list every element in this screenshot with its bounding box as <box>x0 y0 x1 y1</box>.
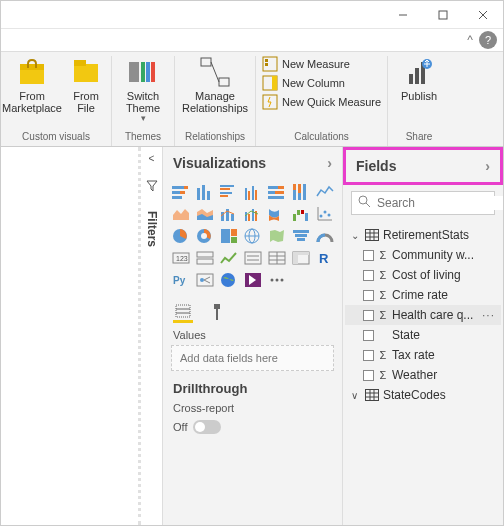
table-header[interactable]: ⌄ RetirementStats <box>345 225 501 245</box>
field-checkbox[interactable] <box>363 330 374 341</box>
field-item[interactable]: Σ Cost of living <box>345 265 501 285</box>
help-icon[interactable]: ? <box>479 31 497 49</box>
fields-header[interactable]: Fields › <box>343 147 503 185</box>
line-chart-icon[interactable] <box>315 183 335 201</box>
field-item[interactable]: Σ Community w... <box>345 245 501 265</box>
stacked-bar-icon[interactable] <box>171 183 191 201</box>
fields-title: Fields <box>356 158 396 174</box>
slicer-icon[interactable] <box>243 249 263 267</box>
window-minimize-button[interactable] <box>383 1 423 28</box>
table-icon <box>365 229 379 241</box>
svg-rect-31 <box>202 185 205 200</box>
powerapps-icon[interactable] <box>243 271 263 289</box>
publish-label: Publish <box>401 90 437 102</box>
kpi-icon[interactable] <box>219 249 239 267</box>
treemap-icon[interactable] <box>219 227 239 245</box>
scatter-icon[interactable] <box>315 205 335 223</box>
from-marketplace-button[interactable]: From Marketplace <box>7 56 57 114</box>
waterfall-icon[interactable] <box>291 205 311 223</box>
svg-rect-61 <box>305 213 308 221</box>
format-tab[interactable] <box>207 301 227 323</box>
field-item[interactable]: Σ Weather <box>345 365 501 385</box>
window-close-button[interactable] <box>463 1 503 28</box>
svg-rect-39 <box>252 186 254 200</box>
arcgis-icon[interactable] <box>219 271 239 289</box>
new-quick-measure-button[interactable]: New Quick Measure <box>262 94 381 110</box>
area-chart-icon[interactable] <box>171 205 191 223</box>
fields-tab[interactable] <box>173 301 193 323</box>
svg-rect-50 <box>303 184 306 200</box>
new-column-button[interactable]: New Column <box>262 75 381 91</box>
py-visual-icon[interactable]: Py <box>171 271 191 289</box>
svg-rect-27 <box>172 191 180 194</box>
new-measure-button[interactable]: New Measure <box>262 56 381 72</box>
visualizations-pane: Visualizations › <box>163 147 343 525</box>
card-icon[interactable]: 123 <box>171 249 191 267</box>
switch-theme-button[interactable]: Switch Theme ▾ <box>118 56 168 124</box>
map-icon[interactable] <box>243 227 263 245</box>
from-file-button[interactable]: From File <box>67 56 105 114</box>
key-influencers-icon[interactable] <box>195 271 215 289</box>
report-canvas[interactable] <box>1 147 141 525</box>
field-item[interactable]: State <box>345 325 501 345</box>
filled-map-icon[interactable] <box>267 227 287 245</box>
field-item[interactable]: Σ Health care q... ··· <box>345 305 501 325</box>
expand-filters-icon[interactable]: < <box>149 153 155 164</box>
values-label: Values <box>163 327 342 345</box>
r-visual-icon[interactable]: R <box>315 249 335 267</box>
svg-line-98 <box>204 280 210 283</box>
fields-search-input[interactable] <box>377 196 504 210</box>
donut-icon[interactable] <box>195 227 215 245</box>
field-checkbox[interactable] <box>363 270 374 281</box>
svg-rect-32 <box>207 191 210 200</box>
svg-rect-5 <box>20 64 44 70</box>
field-checkbox[interactable] <box>363 370 374 381</box>
pie-icon[interactable] <box>171 227 191 245</box>
stacked-column-icon[interactable] <box>195 183 215 201</box>
svg-rect-76 <box>293 230 309 233</box>
manage-relationships-button[interactable]: Manage Relationships <box>181 56 249 114</box>
fields-search-box[interactable] <box>351 191 495 215</box>
search-icon <box>358 195 371 211</box>
filters-funnel-icon[interactable] <box>146 180 158 195</box>
field-item[interactable]: Σ Tax rate <box>345 345 501 365</box>
values-drop-area[interactable]: Add data fields here <box>171 345 334 371</box>
svg-point-64 <box>320 215 323 218</box>
stacked-column-100-icon[interactable] <box>291 183 311 201</box>
table-icon[interactable] <box>267 249 287 267</box>
line-clustered-column-icon[interactable] <box>243 205 263 223</box>
clustered-bar-icon[interactable] <box>219 183 239 201</box>
matrix-icon[interactable] <box>291 249 311 267</box>
svg-rect-36 <box>220 195 228 197</box>
svg-rect-83 <box>245 252 261 264</box>
publish-button[interactable]: Publish <box>394 56 444 102</box>
field-checkbox[interactable] <box>363 350 374 361</box>
multi-card-icon[interactable] <box>195 249 215 267</box>
table-header[interactable]: ∨ StateCodes <box>345 385 501 405</box>
field-item[interactable]: Σ Crime rate <box>345 285 501 305</box>
field-checkbox[interactable] <box>363 250 374 261</box>
svg-rect-37 <box>245 188 247 200</box>
more-icon[interactable]: ··· <box>482 308 495 322</box>
quick-measure-icon <box>262 94 278 110</box>
svg-rect-6 <box>74 64 98 82</box>
cross-report-label: Cross-report <box>163 400 342 416</box>
funnel-icon[interactable] <box>291 227 311 245</box>
manage-relationships-label: Manage Relationships <box>181 90 249 114</box>
line-stacked-column-icon[interactable] <box>219 205 239 223</box>
field-checkbox[interactable] <box>363 290 374 301</box>
svg-rect-77 <box>295 234 307 237</box>
cross-report-toggle[interactable] <box>193 420 221 434</box>
ribbon-collapse-icon[interactable]: ^ <box>467 33 473 47</box>
svg-rect-26 <box>184 186 188 189</box>
more-visuals-icon[interactable] <box>267 271 287 289</box>
ribbon-chart-icon[interactable] <box>267 205 287 223</box>
field-checkbox[interactable] <box>363 310 374 321</box>
stacked-area-icon[interactable] <box>195 205 215 223</box>
gauge-icon[interactable] <box>315 227 335 245</box>
visualizations-header[interactable]: Visualizations › <box>163 147 342 179</box>
window-maximize-button[interactable] <box>423 1 463 28</box>
clustered-column-icon[interactable] <box>243 183 263 201</box>
stacked-bar-100-icon[interactable] <box>267 183 287 201</box>
table-icon <box>365 389 379 401</box>
